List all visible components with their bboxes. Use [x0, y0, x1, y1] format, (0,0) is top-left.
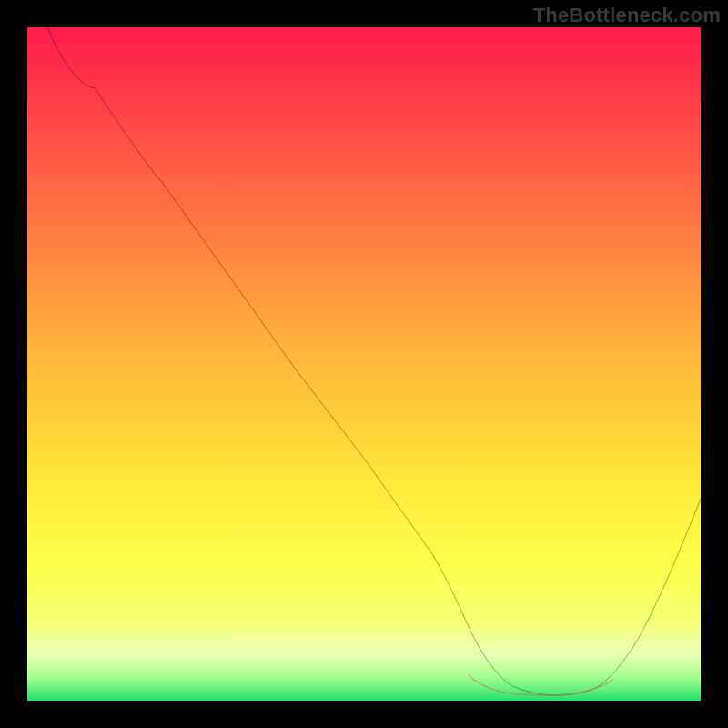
bottleneck-curve: [47, 27, 701, 695]
watermark-text: TheBottleneck.com: [533, 4, 721, 27]
optimal-zone-marker: [469, 675, 613, 695]
plot-area: [27, 27, 701, 701]
curve-svg: [27, 27, 701, 701]
chart-frame: TheBottleneck.com: [0, 0, 728, 728]
